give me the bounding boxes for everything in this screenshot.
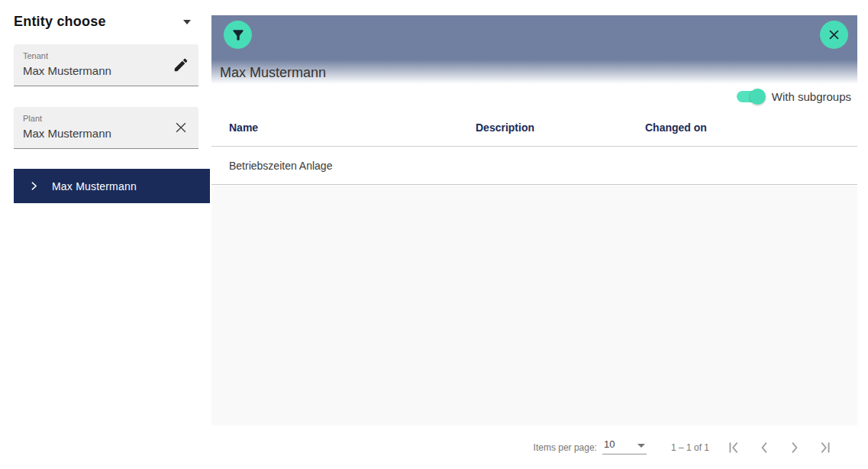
chevron-left-icon: [757, 440, 772, 455]
clear-x-icon[interactable]: [171, 118, 191, 137]
panel-title: Max Mustermann: [220, 65, 326, 81]
filter-button[interactable]: [224, 21, 252, 49]
first-page-button[interactable]: [718, 432, 749, 463]
collapse-caret-icon[interactable]: [183, 20, 191, 24]
chevron-right-icon: [787, 440, 802, 455]
empty-content-area: [211, 186, 857, 425]
filter-funnel-icon: [231, 27, 246, 43]
row-name-cell: Betriebszeiten Anlage: [229, 160, 476, 172]
tenant-field-text: Tenant Max Mustermann: [23, 51, 171, 79]
entity-sidebar: Entity choose Tenant Max Mustermann Plan…: [0, 0, 211, 469]
with-subgroups-toggle[interactable]: [737, 91, 764, 102]
groups-panel: Max Mustermann With subgroups Name Descr…: [211, 0, 857, 469]
subgroups-toggle-row: With subgroups: [737, 87, 851, 105]
table-header-row: Name Description Changed on: [211, 108, 857, 147]
first-page-icon: [726, 440, 741, 455]
previous-page-button[interactable]: [749, 432, 779, 463]
with-subgroups-label: With subgroups: [772, 90, 851, 103]
close-x-icon: [828, 28, 841, 41]
tenant-field-label: Tenant: [23, 51, 171, 61]
table-row[interactable]: Betriebszeiten Anlage: [211, 147, 857, 185]
sidebar-title: Entity choose: [14, 14, 106, 30]
column-header-description: Description: [476, 121, 645, 134]
paginator-range-label: 1 – 1 of 1: [671, 442, 709, 453]
plant-field-text: Plant Max Mustermann: [23, 114, 171, 141]
tree-item-max-mustermann[interactable]: Max Mustermann: [14, 169, 210, 203]
toggle-thumb: [750, 89, 766, 105]
last-page-button[interactable]: [810, 432, 841, 463]
tenant-field: Tenant Max Mustermann: [14, 44, 198, 86]
tree-item-label: Max Mustermann: [52, 180, 137, 192]
edit-pencil-icon[interactable]: [171, 55, 191, 75]
column-header-changed-on: Changed on: [645, 121, 857, 134]
items-per-page-label: Items per page:: [534, 442, 597, 453]
close-button[interactable]: [820, 21, 848, 49]
plant-field-label: Plant: [23, 114, 171, 124]
next-page-button[interactable]: [779, 432, 810, 463]
page-size-select[interactable]: 10: [602, 440, 647, 454]
plant-field-value: Max Mustermann: [23, 126, 171, 141]
sidebar-header: Entity choose: [14, 14, 197, 30]
tenant-field-value: Max Mustermann: [23, 63, 171, 79]
plant-field: Plant Max Mustermann: [14, 107, 198, 149]
paginator: Items per page: 10 1 – 1 of 1: [211, 425, 857, 469]
page-size-value: 10: [604, 440, 615, 449]
column-header-name: Name: [229, 121, 476, 134]
select-caret-icon: [637, 444, 645, 448]
chevron-right-icon[interactable]: [29, 181, 39, 191]
last-page-icon: [818, 440, 833, 455]
